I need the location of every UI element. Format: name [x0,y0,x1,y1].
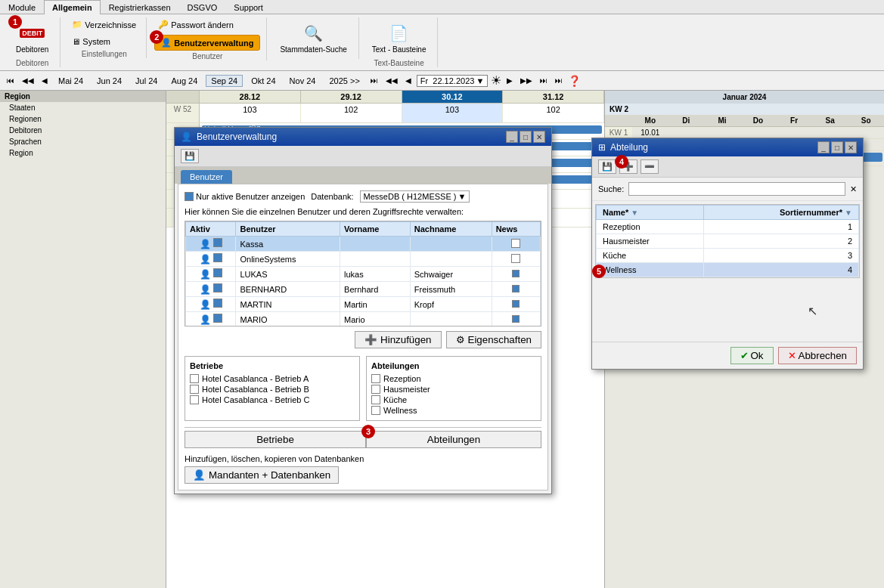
abt-dialog-close[interactable]: ✕ [845,141,857,153]
table-row[interactable]: Küche 3 [597,249,859,263]
nav-month-aug24[interactable]: Aug 24 [166,75,203,87]
abt-check-4[interactable] [371,406,380,415]
nav-next[interactable]: ▶ [504,76,515,85]
betrieb-item-2: Hotel Casablanca - Betrieb B [190,384,355,395]
nav-item-region[interactable]: Region [0,147,166,159]
bv-dialog-minimize[interactable]: _ [506,131,518,143]
betriebe-tab-button[interactable]: Betriebe [185,431,366,448]
nav-item-sprachen[interactable]: Sprachen [0,136,166,147]
nav-month-okt24[interactable]: Okt 24 [246,75,281,87]
user-row-icon-2: 👤 [200,254,211,265]
benutzerverwaltung-button[interactable]: 👤 Benutzerverwaltung [154,35,260,51]
nav-prev[interactable]: ◀ [39,76,50,85]
user-row-icon-3: 👤 [200,269,211,280]
bv-dialog-maximize[interactable]: □ [520,131,532,143]
abt-save-btn[interactable]: 💾 [598,159,616,174]
news-check-1[interactable] [511,239,520,248]
tab-support[interactable]: Support [225,0,271,14]
abteilungen-tab-button[interactable]: Abteilungen [366,431,541,448]
benutzerverwaltung-titlebar: 👤 Benutzerverwaltung _ □ ✕ [175,128,551,146]
abt-search-row: Suche: ✕ [592,178,863,201]
aktiv-check-4[interactable] [213,283,222,292]
nav-month-sep24[interactable]: Sep 24 [206,75,243,87]
nav-date-field[interactable]: Fr 22.12.2023 ▼ [417,75,488,87]
abt-check-1[interactable] [371,374,380,383]
nav-item-debitoren[interactable]: Debitoren [0,125,166,136]
hinzufuegen-button[interactable]: ➕ Hinzufügen [355,331,441,348]
table-row[interactable]: 👤 Kassa [186,237,541,252]
betrieb-check-3[interactable] [190,395,199,404]
nav-month-jun24[interactable]: Jun 24 [92,75,127,87]
nav-far-right2[interactable]: ⏭ [553,76,565,85]
news-check-6[interactable] [512,315,520,323]
eigenschaften-button[interactable]: ⚙ Eigenschaften [446,331,541,348]
passwort-button[interactable]: 🔑 Passwort ändern [154,17,237,32]
aktiv-check-3[interactable] [213,268,222,277]
abt-search-input[interactable] [628,182,845,196]
abt-dialog-maximize[interactable]: □ [831,141,843,153]
nav-far-right[interactable]: ⏭ [538,76,550,85]
table-row[interactable]: Wellness 5 4 [597,263,859,277]
debit-button[interactable]: 1 DEBIT Debitoren [11,17,54,57]
betrieb-check-2[interactable] [190,385,199,394]
nav-section-region[interactable]: Region [0,91,166,102]
bv-dialog-close[interactable]: ✕ [533,131,545,143]
abt-cancel-button[interactable]: ✕ Abbrechen [778,347,857,364]
system-button[interactable]: 🖥 System [68,35,114,48]
news-check-4[interactable] [512,285,520,292]
news-check-3[interactable] [512,270,520,277]
table-row[interactable]: 👤 MARTIN Martin Kropf [186,297,541,312]
abt-delete-btn[interactable]: ➖ [641,159,659,174]
news-check-2[interactable] [511,254,520,263]
nav-prev-prev[interactable]: ◀◀ [20,76,36,85]
table-row[interactable]: Hausmeister 2 [597,234,859,249]
aktiv-check-5[interactable] [213,299,222,308]
nav-item-regionen[interactable]: Regionen [0,113,166,125]
nav-far-left3[interactable]: ◀◀ [383,76,400,85]
nav-month-jul24[interactable]: Jul 24 [130,75,163,87]
nav-left4[interactable]: ◀ [403,76,414,85]
table-row[interactable]: 👤 LUKAS lukas Schwaiger [186,267,541,282]
table-row[interactable]: Rezeption 1 [597,220,859,234]
aktiv-check-6[interactable] [213,314,222,323]
nur-aktive-checkbox[interactable] [185,192,194,201]
nav-month-nov24[interactable]: Nov 24 [284,75,321,87]
debit-label: Debitoren [16,45,48,54]
nav-far-left2[interactable]: ⏭ [368,76,380,85]
help-icon[interactable]: ❓ [568,75,581,87]
abt-search-clear[interactable]: ✕ [850,184,857,194]
nav-month-mai24[interactable]: Mai 24 [53,75,88,87]
tab-registrierkassen[interactable]: Registrierkassen [101,0,179,14]
tab-benutzer[interactable]: Benutzer [181,170,232,184]
abt-item-3: Küche [371,395,536,405]
stammdaten-button[interactable]: 🔍 Stammdaten-Suche [275,17,352,57]
th-benutzer: Benutzer [236,222,340,237]
table-row[interactable]: 👤 BERNHARD Bernhard Freissmuth [186,282,541,297]
betrieb-check-1[interactable] [190,374,199,383]
mandanten-datenbanken-button[interactable]: 👤 Mandanten + Datenbanken [185,466,339,484]
aktiv-check-2[interactable] [213,253,222,262]
aktiv-check-1[interactable] [213,238,222,247]
badge-5: 5 [592,265,606,278]
verzeichnisse-button[interactable]: 📁 Verzeichnisse [68,17,140,32]
abt-check-2[interactable] [371,385,380,394]
datenbank-select[interactable]: MesseDB ( H12MESSE ) ▼ [360,190,470,203]
abt-ok-button[interactable]: ✔ Ok [730,347,774,364]
nav-month-2025[interactable]: 2025 >> [324,75,364,87]
table-row[interactable]: 👤 OnlineSystems [186,252,541,267]
bv-save-btn[interactable]: 💾 [181,149,199,163]
nav-item-staaten[interactable]: Staaten [0,102,166,113]
dropdown-arrow[interactable]: ▼ [476,76,484,85]
bv-toolbar: 💾 [175,146,551,167]
abt-check-3[interactable] [371,395,380,404]
nav-far-left[interactable]: ⏮ [5,76,17,85]
bv-table-container[interactable]: Aktiv Benutzer Vorname Nachname News 👤 K… [185,221,541,326]
tab-dsgvo[interactable]: DSGVO [179,0,226,14]
tab-allgemein[interactable]: Allgemein [44,0,101,14]
nav-next-next[interactable]: ▶▶ [518,76,535,85]
news-check-5[interactable] [512,300,520,308]
text-bausteine-button[interactable]: 📄 Text - Bausteine [367,17,432,57]
table-row[interactable]: 👤 MARIO Mario [186,312,541,327]
tab-module[interactable]: Module [0,0,44,14]
abt-dialog-minimize[interactable]: _ [817,141,830,153]
